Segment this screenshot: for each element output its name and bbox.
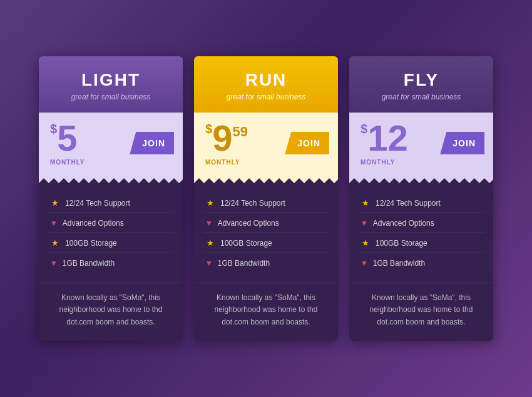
heart-icon-light-3: ♥ xyxy=(51,258,56,268)
plan-tagline-light: great for small business xyxy=(49,93,173,101)
price-period-run: MONTHLY xyxy=(205,159,240,166)
feature-label-run-3: 1GB Bandwidth xyxy=(218,259,270,268)
heart-icon-light-1: ♥ xyxy=(51,218,56,228)
star-icon-light-0: ★ xyxy=(51,198,59,208)
plan-description-light: Known locally as "SoMa", this neighborho… xyxy=(39,283,183,341)
feature-item-light-1: ♥Advanced Options xyxy=(48,213,174,233)
feature-item-light-2: ★100GB Storage xyxy=(48,233,174,253)
plan-card-run: RUNgreat for small business$959MONTHLYJO… xyxy=(194,56,338,341)
plan-card-light: LIGHTgreat for small business$5MONTHLYJO… xyxy=(39,56,183,341)
feature-label-light-1: Advanced Options xyxy=(63,219,124,228)
feature-item-run-0: ★12/24 Tech Support xyxy=(203,193,329,213)
price-dollar-light: $ xyxy=(50,123,57,135)
plan-features-run: ★12/24 Tech Support♥Advanced Options★100… xyxy=(194,183,338,283)
feature-item-run-1: ♥Advanced Options xyxy=(203,213,329,233)
join-button-light[interactable]: JOIN xyxy=(130,132,174,154)
plan-header-light: LIGHTgreat for small business xyxy=(39,56,183,113)
feature-label-light-3: 1GB Bandwidth xyxy=(63,259,115,268)
plan-price-section-light: $5MONTHLYJOIN xyxy=(39,113,183,173)
price-cents-run: 59 xyxy=(232,124,247,140)
plan-header-run: RUNgreat for small business xyxy=(194,56,338,113)
feature-item-fly-1: ♥Advanced Options xyxy=(358,213,484,233)
feature-label-light-0: 12/24 Tech Support xyxy=(65,199,130,208)
star-icon-fly-2: ★ xyxy=(362,238,369,248)
price-dollar-fly: $ xyxy=(361,123,367,135)
plan-name-run: RUN xyxy=(204,70,328,90)
feature-label-run-1: Advanced Options xyxy=(218,219,279,228)
join-button-run[interactable]: JOIN xyxy=(285,132,329,154)
plan-card-fly: FLYgreat for small business$12MONTHLYJOI… xyxy=(349,56,493,341)
feature-item-light-3: ♥1GB Bandwidth xyxy=(48,253,174,273)
feature-label-light-2: 100GB Storage xyxy=(65,239,117,248)
star-icon-fly-0: ★ xyxy=(362,198,369,208)
zigzag-light xyxy=(39,173,183,183)
plan-name-fly: FLY xyxy=(359,70,483,90)
feature-label-fly-1: Advanced Options xyxy=(373,219,434,228)
plan-description-run: Known locally as "SoMa", this neighborho… xyxy=(194,283,338,341)
heart-icon-fly-1: ♥ xyxy=(362,218,367,228)
star-icon-run-0: ★ xyxy=(207,198,214,208)
plan-name-light: LIGHT xyxy=(49,70,173,90)
feature-item-run-2: ★100GB Storage xyxy=(203,233,329,253)
feature-item-light-0: ★12/24 Tech Support xyxy=(48,193,174,213)
plan-header-fly: FLYgreat for small business xyxy=(349,56,493,113)
feature-label-run-2: 100GB Storage xyxy=(220,239,272,248)
zigzag-run xyxy=(194,173,338,183)
feature-label-fly-0: 12/24 Tech Support xyxy=(376,199,441,208)
feature-item-fly-2: ★100GB Storage xyxy=(358,233,484,253)
zigzag-fly xyxy=(349,173,493,183)
pricing-table: LIGHTgreat for small business$5MONTHLYJO… xyxy=(26,38,506,359)
plan-price-section-run: $959MONTHLYJOIN xyxy=(194,113,338,173)
plan-features-light: ★12/24 Tech Support♥Advanced Options★100… xyxy=(39,183,183,283)
feature-item-fly-3: ♥1GB Bandwidth xyxy=(358,253,484,273)
price-dollar-run: $ xyxy=(205,123,212,135)
plan-features-fly: ★12/24 Tech Support♥Advanced Options★100… xyxy=(349,183,493,283)
price-amount-fly: 12 xyxy=(367,120,408,156)
star-icon-light-2: ★ xyxy=(51,238,59,248)
price-amount-run: 9 xyxy=(212,120,232,156)
plan-tagline-run: great for small business xyxy=(204,93,328,101)
heart-icon-fly-3: ♥ xyxy=(362,258,367,268)
feature-item-fly-0: ★12/24 Tech Support xyxy=(358,193,484,213)
star-icon-run-2: ★ xyxy=(207,238,214,248)
feature-item-run-3: ♥1GB Bandwidth xyxy=(203,253,329,273)
price-period-light: MONTHLY xyxy=(50,159,85,166)
feature-label-fly-3: 1GB Bandwidth xyxy=(373,259,425,268)
feature-label-fly-2: 100GB Storage xyxy=(376,239,427,248)
price-period-fly: MONTHLY xyxy=(361,159,396,166)
plan-description-fly: Known locally as "SoMa", this neighborho… xyxy=(349,283,493,341)
heart-icon-run-3: ♥ xyxy=(207,258,212,268)
heart-icon-run-1: ♥ xyxy=(207,218,212,228)
join-button-fly[interactable]: JOIN xyxy=(440,132,484,154)
plan-tagline-fly: great for small business xyxy=(359,93,483,101)
price-amount-light: 5 xyxy=(57,120,77,156)
plan-price-section-fly: $12MONTHLYJOIN xyxy=(349,113,493,173)
feature-label-run-0: 12/24 Tech Support xyxy=(220,199,285,208)
